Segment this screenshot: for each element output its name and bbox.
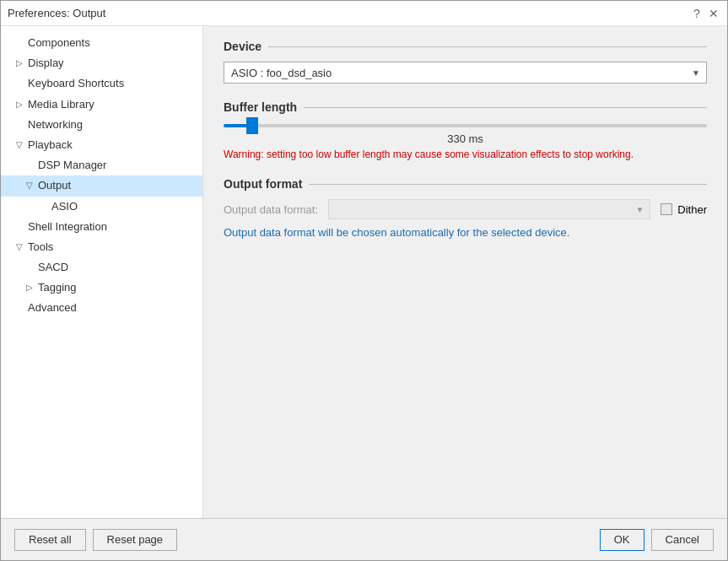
help-button[interactable]: ?	[690, 7, 704, 20]
expander-output: ▽	[24, 181, 35, 191]
output-format-row: Output data format: Dither	[224, 199, 707, 219]
sidebar-item-label: Components	[28, 35, 90, 51]
ok-button[interactable]: OK	[600, 529, 644, 551]
sidebar-item-tools[interactable]: ▽ Tools	[1, 237, 202, 257]
sidebar-item-playback[interactable]: ▽ Playback	[1, 135, 202, 155]
slider-container	[224, 124, 707, 127]
sidebar-item-label: Shell Integration	[28, 219, 107, 235]
output-data-format-label: Output data format:	[224, 203, 318, 216]
sidebar-item-label: Keyboard Shortcuts	[28, 76, 124, 91]
preferences-window: Preferences: Output ? ✕ Components ▷ Dis…	[0, 0, 728, 561]
sidebar-item-sacd[interactable]: SACD	[1, 257, 202, 278]
sidebar-item-display[interactable]: ▷ Display	[1, 53, 202, 73]
window-title: Preferences: Output	[8, 7, 105, 19]
reset-all-button[interactable]: Reset all	[14, 529, 86, 551]
sidebar-item-media-library[interactable]: ▷ Media Library	[1, 94, 202, 115]
sidebar-item-label: Tagging	[38, 280, 77, 295]
title-bar-controls: ? ✕	[690, 7, 720, 20]
expander-dsp	[24, 160, 35, 170]
sidebar-item-label: Networking	[28, 117, 83, 132]
output-format-section: Output format Output data format: Dither…	[224, 177, 707, 239]
buffer-length-title: Buffer length	[224, 100, 707, 114]
sidebar-item-tagging[interactable]: ▷ Tagging	[1, 278, 202, 298]
bottom-left: Reset all Reset page	[14, 529, 177, 551]
device-section-title: Device	[224, 40, 707, 53]
title-bar: Preferences: Output ? ✕	[1, 1, 727, 26]
expander-playback: ▽	[14, 140, 24, 150]
output-format-title: Output format	[224, 177, 707, 191]
expander-advanced	[14, 304, 24, 314]
expander-networking	[14, 120, 24, 130]
expander-tools: ▽	[14, 242, 24, 252]
expander-tagging: ▷	[24, 283, 35, 293]
bottom-right: OK Cancel	[600, 529, 714, 551]
output-format-select	[328, 199, 650, 219]
sidebar-item-label: Tools	[28, 240, 53, 255]
reset-page-button[interactable]: Reset page	[93, 529, 178, 551]
sidebar-item-keyboard-shortcuts[interactable]: Keyboard Shortcuts	[1, 73, 202, 94]
close-button[interactable]: ✕	[707, 7, 720, 20]
dither-row: Dither	[661, 203, 707, 216]
sidebar-item-label: DSP Manager	[38, 158, 106, 173]
sidebar-item-networking[interactable]: Networking	[1, 115, 202, 135]
sidebar-item-advanced[interactable]: Advanced	[1, 298, 202, 318]
sidebar-item-label: ASIO	[51, 199, 78, 214]
dither-label: Dither	[677, 203, 707, 216]
sidebar-item-asio[interactable]: ASIO	[1, 197, 202, 217]
device-select-container: ASIO : foo_dsd_asio	[224, 62, 707, 84]
expander-shell	[14, 222, 24, 232]
slider-thumb[interactable]	[246, 117, 258, 134]
main-panel: Device ASIO : foo_dsd_asio Buffer length	[203, 26, 727, 518]
sidebar-item-output[interactable]: ▽ Output	[1, 175, 202, 196]
sidebar-item-label: Display	[28, 56, 64, 71]
slider-track[interactable]	[224, 124, 707, 127]
sidebar-item-components[interactable]: Components	[1, 33, 202, 53]
sidebar-item-label: Playback	[28, 138, 73, 153]
expander-asio	[38, 202, 48, 212]
expander-display: ▷	[14, 58, 24, 68]
expander-keyboard	[14, 78, 24, 89]
expander-sacd	[24, 262, 35, 272]
sidebar-item-label: Media Library	[28, 97, 94, 112]
dither-checkbox	[661, 203, 672, 215]
device-select-wrapper: ASIO : foo_dsd_asio	[224, 62, 707, 84]
bottom-bar: Reset all Reset page OK Cancel	[1, 518, 727, 560]
sidebar: Components ▷ Display Keyboard Shortcuts …	[1, 26, 203, 518]
sidebar-item-shell-integration[interactable]: Shell Integration	[1, 217, 202, 237]
cancel-button[interactable]: Cancel	[651, 529, 714, 551]
content-area: Components ▷ Display Keyboard Shortcuts …	[1, 26, 727, 518]
buffer-length-section: Buffer length 330 ms Warning: setting to…	[224, 100, 707, 160]
expander-components	[14, 38, 24, 48]
sidebar-item-label: SACD	[38, 260, 68, 275]
slider-value: 330 ms	[224, 132, 707, 145]
sidebar-item-label: Advanced	[28, 300, 77, 316]
slider-warning: Warning: setting too low buffer length m…	[224, 148, 707, 160]
output-format-select-container	[328, 199, 650, 219]
sidebar-item-label: Output	[38, 178, 71, 193]
output-auto-note: Output data format will be chosen automa…	[224, 226, 707, 239]
sidebar-item-dsp-manager[interactable]: DSP Manager	[1, 155, 202, 175]
device-select[interactable]: ASIO : foo_dsd_asio	[224, 62, 707, 84]
expander-media-library: ▷	[14, 100, 24, 110]
